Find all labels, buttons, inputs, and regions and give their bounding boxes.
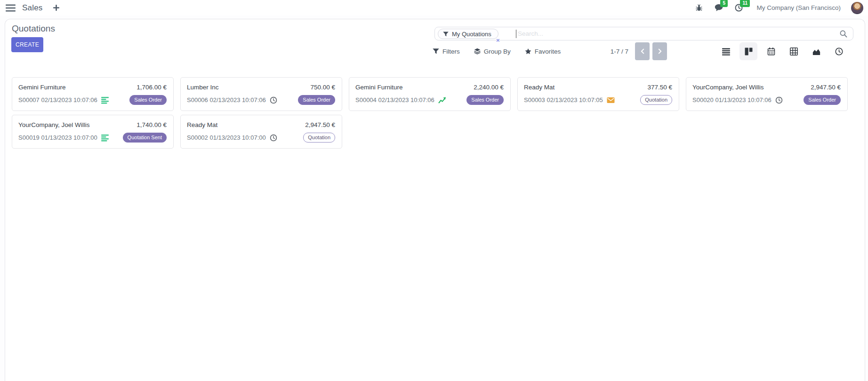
apps-menu-icon[interactable] (6, 4, 16, 12)
order-reference: S00006 02/13/2023 10:07:06 (187, 96, 266, 103)
kanban-view: Gemini Furniture 1,706.00 € S00007 02/13… (12, 77, 848, 149)
activity-view-icon (835, 48, 843, 56)
order-amount: 1,740.00 € (137, 121, 167, 128)
quotation-card[interactable]: Gemini Furniture 1,706.00 € S00007 02/13… (12, 77, 174, 111)
view-switcher (717, 42, 848, 61)
order-amount: 2,240.00 € (474, 84, 504, 91)
partner-name: Ready Mat (187, 121, 217, 128)
graph-view-icon (812, 48, 820, 56)
pager-previous-button[interactable] (635, 42, 650, 60)
filters-button[interactable]: Filters (433, 48, 460, 55)
company-name[interactable]: My Company (San Francisco) (756, 4, 841, 11)
order-amount: 1,706.00 € (137, 84, 167, 91)
layers-icon (474, 48, 481, 55)
activity-widget[interactable] (101, 134, 109, 142)
activities-clock-icon[interactable]: 11 (734, 3, 743, 13)
partner-name: YourCompany, Joel Willis (18, 121, 90, 128)
group-by-button[interactable]: Group By (474, 48, 511, 55)
app-name[interactable]: Sales (22, 3, 43, 13)
create-button[interactable]: CREATE (11, 37, 43, 52)
order-reference: S00002 01/13/2023 10:07:00 (187, 134, 266, 141)
order-reference: S00004 02/13/2023 10:07:06 (355, 96, 434, 103)
kanban-view-button[interactable] (739, 42, 757, 60)
chevron-left-icon (640, 48, 645, 55)
graph-view-button[interactable] (807, 42, 825, 60)
odoo-window: Sales 5 (0, 0, 868, 381)
clock-icon (775, 96, 783, 104)
navbar-left: Sales (6, 0, 59, 16)
status-badge: Quotation Sent (123, 133, 167, 143)
activity-widget[interactable] (607, 96, 615, 104)
activity-widget[interactable] (270, 134, 278, 142)
clock-icon (270, 96, 278, 104)
plus-icon[interactable] (53, 5, 59, 11)
tasks-icon (101, 134, 109, 142)
messages-count-badge: 5 (720, 0, 728, 7)
partner-name: Gemini Furniture (355, 84, 403, 91)
filter-funnel-icon (443, 32, 449, 37)
status-badge: Quotation (303, 133, 335, 143)
activity-view-button[interactable] (830, 42, 848, 60)
order-amount: 750.00 € (310, 84, 335, 91)
star-icon (525, 48, 531, 55)
navbar-right: 5 11 My Company (San Francisco) (694, 0, 863, 16)
main-panel: Quotations CREATE My Quotations × (5, 19, 865, 381)
activity-widget[interactable] (775, 96, 783, 104)
status-badge: Quotation (640, 95, 672, 105)
partner-name: YourCompany, Joel Willis (692, 84, 764, 91)
envelope-icon (607, 96, 615, 104)
activity-widget[interactable] (101, 96, 109, 104)
search-facet-my-quotations[interactable]: My Quotations (438, 29, 498, 39)
filter-funnel-icon (433, 48, 439, 55)
list-view-button[interactable] (717, 42, 735, 60)
filters-label: Filters (442, 48, 460, 55)
facet-label: My Quotations (452, 31, 491, 38)
order-reference: S00007 02/13/2023 10:07:06 (18, 96, 97, 103)
partner-name: Lumber Inc (187, 84, 219, 91)
pivot-view-button[interactable] (785, 42, 803, 60)
calendar-view-button[interactable] (762, 42, 780, 60)
order-amount: 2,947.50 € (811, 84, 841, 91)
search-options-row: Filters Group By Favorites (433, 42, 561, 61)
order-reference: S00003 02/13/2023 10:07:05 (524, 96, 603, 103)
quotation-card[interactable]: Gemini Furniture 2,240.00 € S00004 02/13… (349, 77, 511, 111)
kanban-view-icon (745, 48, 753, 56)
quotation-card[interactable]: Lumber Inc 750.00 € S00006 02/13/2023 10… (180, 77, 342, 111)
list-view-icon (722, 48, 730, 56)
order-amount: 377.50 € (647, 84, 672, 91)
messages-icon[interactable]: 5 (714, 3, 723, 13)
quotation-card[interactable]: YourCompany, Joel Willis 2,947.50 € S000… (686, 77, 848, 111)
search-caret (516, 30, 516, 38)
order-reference: S00020 01/13/2023 10:07:06 (692, 96, 772, 103)
quotation-card[interactable]: Ready Mat 2,947.50 € S00002 01/13/2023 1… (180, 115, 342, 149)
search-input[interactable] (518, 28, 796, 40)
debug-bug-icon[interactable] (694, 3, 704, 13)
search-bar[interactable]: My Quotations × (434, 27, 853, 40)
order-amount: 2,947.50 € (305, 121, 335, 128)
status-badge: Sales Order (298, 95, 335, 105)
favorites-button[interactable]: Favorites (525, 48, 561, 55)
pager: 1-7 / 7 (611, 42, 667, 61)
partner-name: Ready Mat (524, 84, 555, 91)
status-badge: Sales Order (804, 95, 841, 105)
order-reference: S00019 01/13/2023 10:07:00 (18, 134, 97, 141)
quotation-card[interactable]: Ready Mat 377.50 € S00003 02/13/2023 10:… (517, 77, 679, 111)
pager-value: 1-7 / 7 (611, 48, 628, 55)
calendar-view-icon (767, 48, 775, 56)
clock-icon (270, 134, 278, 142)
favorites-label: Favorites (535, 48, 561, 55)
pager-next-button[interactable] (652, 42, 667, 60)
status-badge: Sales Order (466, 95, 504, 105)
activity-widget[interactable] (270, 96, 278, 104)
activity-widget[interactable] (438, 96, 446, 104)
search-icon[interactable] (840, 30, 847, 38)
user-avatar[interactable] (851, 2, 863, 14)
line-chart-icon (438, 96, 446, 104)
page-title: Quotations (12, 24, 55, 34)
group-by-label: Group By (484, 48, 511, 55)
pivot-view-icon (790, 48, 798, 56)
quotation-card[interactable]: YourCompany, Joel Willis 1,740.00 € S000… (12, 115, 174, 149)
partner-name: Gemini Furniture (18, 84, 66, 91)
top-navbar: Sales 5 (0, 0, 868, 16)
status-badge: Sales Order (129, 95, 167, 105)
